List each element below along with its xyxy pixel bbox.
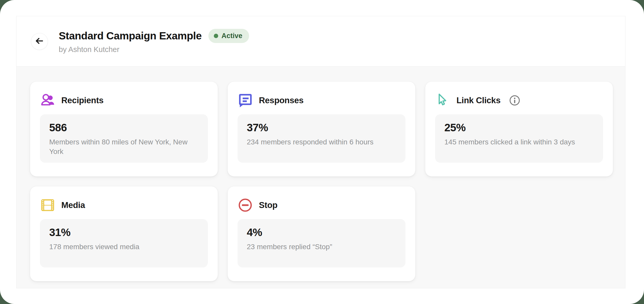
- stat-box: 37% 234 members responded within 6 hours: [238, 114, 405, 163]
- page-title: Standard Campaign Example: [59, 30, 202, 42]
- campaign-panel: Standard Campaign Example Active by Asht…: [16, 16, 625, 288]
- status-dot-icon: [214, 34, 218, 38]
- stat-card-link-clicks: Link Clicks 25% 145 members clicked a li…: [425, 81, 613, 177]
- campaign-header: Standard Campaign Example Active by Asht…: [16, 16, 625, 67]
- card-title: Link Clicks: [456, 95, 501, 105]
- stat-value: 25%: [444, 121, 594, 134]
- stat-description: Members within 80 miles of New York, New…: [49, 137, 199, 156]
- stat-description: 145 members clicked a link within 3 days: [444, 137, 594, 147]
- stat-value: 37%: [247, 121, 396, 134]
- info-icon[interactable]: [509, 95, 520, 106]
- stat-value: 31%: [49, 226, 199, 239]
- title-block: Standard Campaign Example Active by Asht…: [59, 29, 249, 54]
- back-button[interactable]: [31, 33, 48, 50]
- stat-box: 31% 178 members viewed media: [40, 219, 208, 267]
- minus-circle-icon: [238, 197, 253, 213]
- message-icon: [238, 93, 253, 108]
- stat-description: 23 members replied “Stop”: [247, 242, 396, 251]
- back-arrow-icon: [35, 36, 44, 47]
- stat-box: 4% 23 members replied “Stop”: [238, 219, 405, 267]
- status-badge-label: Active: [222, 32, 242, 40]
- stat-card-media: Media 31% 178 members viewed media: [30, 186, 218, 281]
- stat-value: 586: [49, 121, 199, 134]
- people-icon: [40, 93, 55, 108]
- status-badge: Active: [208, 29, 249, 43]
- stat-value: 4%: [247, 226, 396, 239]
- stat-card-stop: Stop 4% 23 members replied “Stop”: [227, 186, 416, 281]
- stat-description: 234 members responded within 6 hours: [247, 137, 396, 147]
- stat-description: 178 members viewed media: [49, 242, 199, 251]
- film-icon: [40, 197, 55, 213]
- stat-card-recipients: Recipients 586 Members within 80 miles o…: [30, 81, 218, 177]
- card-title: Responses: [259, 95, 303, 105]
- card-title: Stop: [259, 200, 277, 210]
- campaign-byline: by Ashton Kutcher: [59, 45, 249, 54]
- stats-grid: Recipients 586 Members within 80 miles o…: [16, 67, 625, 288]
- stat-box: 25% 145 members clicked a link within 3 …: [435, 114, 603, 163]
- card-title: Media: [61, 200, 85, 210]
- stat-box: 586 Members within 80 miles of New York,…: [40, 114, 208, 163]
- card-title: Recipients: [61, 95, 104, 105]
- stat-card-responses: Responses 37% 234 members responded with…: [227, 81, 416, 177]
- cursor-icon: [435, 93, 451, 108]
- app-window: Standard Campaign Example Active by Asht…: [0, 0, 644, 304]
